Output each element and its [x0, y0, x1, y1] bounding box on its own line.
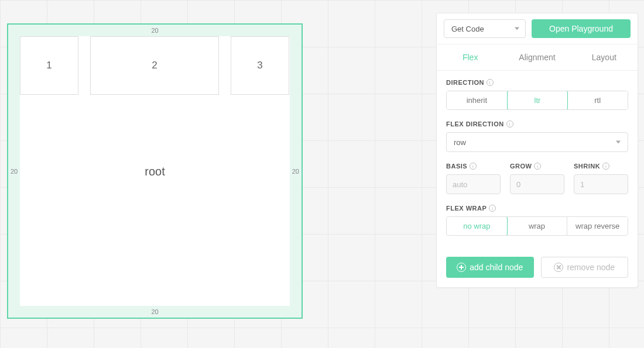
info-icon[interactable]: i — [487, 79, 494, 86]
direction-label: DIRECTION i — [446, 79, 628, 86]
get-code-label: Get Code — [451, 25, 484, 33]
padding-top-label: 20 — [151, 27, 158, 34]
grow-field: GROWi — [510, 163, 564, 194]
get-code-dropdown[interactable]: Get Code — [444, 19, 526, 38]
shrink-field: SHRINKi — [574, 163, 628, 194]
info-icon[interactable]: i — [470, 163, 477, 170]
flex-wrap-segmented: no wrap wrap wrap reverse — [446, 216, 628, 236]
plus-icon — [457, 263, 466, 272]
padding-right-label: 20 — [292, 168, 299, 175]
flex-direction-field: FLEX DIRECTION i row — [446, 120, 628, 152]
info-icon[interactable]: i — [534, 163, 541, 170]
direction-option-rtl[interactable]: rtl — [567, 91, 628, 109]
direction-option-inherit[interactable]: inherit — [447, 91, 508, 109]
panel-body[interactable]: DIRECTION i inherit ltr rtl FLEX DIRECTI… — [437, 71, 638, 251]
panel-tabs: Flex Alignment Layout — [437, 44, 638, 71]
info-icon[interactable]: i — [489, 205, 496, 212]
properties-panel: Get Code Open Playground Flex Alignment … — [436, 13, 638, 288]
tab-alignment[interactable]: Alignment — [503, 44, 570, 70]
flex-direction-label: FLEX DIRECTION i — [446, 120, 628, 128]
child-node[interactable]: 2 — [90, 36, 219, 95]
flex-wrap-option-wrap[interactable]: wrap — [507, 217, 568, 235]
root-node[interactable]: 1 2 3 root — [20, 36, 290, 306]
basis-grow-shrink-row: BASISi GROWi SHRINKi — [446, 163, 628, 194]
direction-field: DIRECTION i inherit ltr rtl — [446, 79, 628, 110]
remove-node-button[interactable]: remove node — [541, 257, 629, 278]
padding-left-label: 20 — [11, 168, 18, 175]
root-node-label: root — [145, 164, 165, 178]
root-node-container[interactable]: 20 20 20 20 1 2 3 root — [7, 23, 303, 319]
info-icon[interactable]: i — [506, 120, 513, 128]
tab-layout[interactable]: Layout — [571, 44, 638, 70]
basis-input[interactable] — [446, 174, 501, 194]
flex-direction-select[interactable]: row — [446, 132, 628, 152]
add-child-node-button[interactable]: add child node — [446, 257, 534, 278]
child-node[interactable]: 1 — [20, 36, 78, 95]
panel-footer: add child node remove node — [437, 251, 638, 287]
basis-field: BASISi — [446, 163, 501, 194]
child-node[interactable]: 3 — [231, 36, 289, 95]
flex-wrap-field: FLEX WRAP i no wrap wrap wrap reverse — [446, 205, 628, 236]
flex-wrap-label: FLEX WRAP i — [446, 205, 628, 212]
direction-option-ltr[interactable]: ltr — [507, 91, 568, 110]
close-icon — [554, 263, 563, 272]
flex-wrap-option-reverse[interactable]: wrap reverse — [567, 217, 628, 235]
panel-header: Get Code Open Playground — [437, 13, 638, 44]
tab-flex[interactable]: Flex — [437, 44, 503, 70]
flex-wrap-option-nowrap[interactable]: no wrap — [446, 216, 508, 236]
grow-input[interactable] — [510, 174, 564, 194]
open-playground-button[interactable]: Open Playground — [532, 19, 631, 38]
info-icon[interactable]: i — [602, 163, 609, 170]
shrink-input[interactable] — [574, 174, 628, 194]
padding-bottom-label: 20 — [151, 308, 158, 315]
direction-segmented: inherit ltr rtl — [446, 91, 628, 110]
